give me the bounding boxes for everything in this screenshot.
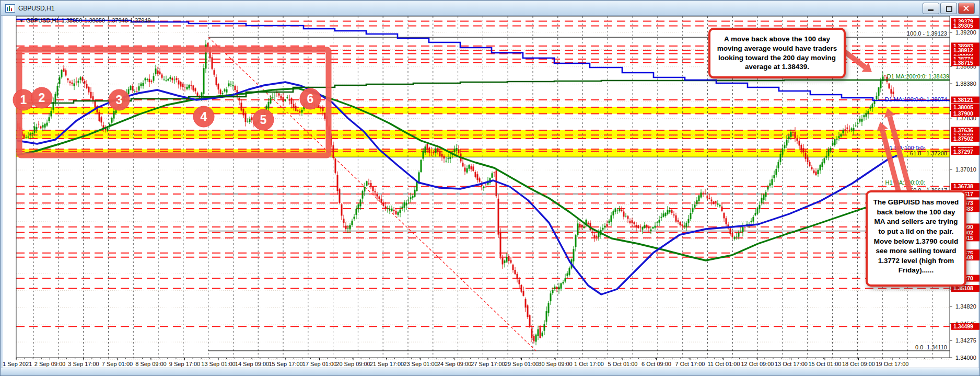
- bottom-annotation-callout: The GBPUISD has moved back below the 100…: [866, 190, 966, 287]
- info-high: 1.38059: [84, 17, 105, 24]
- svg-text:1.39200: 1.39200: [955, 29, 976, 36]
- numbered-marker-1: 1: [13, 89, 34, 110]
- svg-text:1.36738: 1.36738: [953, 183, 973, 189]
- svg-text:23 Sep 01:00: 23 Sep 01:00: [403, 361, 437, 367]
- svg-text:1.38912: 1.38912: [953, 47, 973, 53]
- svg-text:1.38715: 1.38715: [953, 60, 973, 66]
- minimize-button[interactable]: [923, 3, 939, 14]
- svg-text:15 Oct 01:00: 15 Oct 01:00: [809, 361, 842, 367]
- svg-text:18 Oct 09:00: 18 Oct 09:00: [842, 361, 875, 367]
- info-close: 1.37949: [130, 17, 151, 24]
- svg-text:19 Oct 17:00: 19 Oct 17:00: [876, 361, 909, 367]
- numbered-marker-5: 5: [253, 109, 274, 130]
- svg-text:17 Sep 01:00: 17 Sep 01:00: [302, 361, 336, 367]
- svg-text:1.34275: 1.34275: [955, 337, 976, 344]
- svg-text:1.34820: 1.34820: [955, 303, 976, 310]
- svg-text:20 Sep 09:00: 20 Sep 09:00: [336, 361, 370, 367]
- window-bottom-frame: [1, 368, 979, 375]
- svg-text:7 Oct 17:00: 7 Oct 17:00: [675, 361, 705, 367]
- svg-text:1.37636: 1.37636: [953, 127, 973, 133]
- svg-text:9 Sep 17:00: 9 Sep 17:00: [169, 361, 200, 367]
- svg-text:6: 6: [307, 92, 314, 106]
- ohlc-info-bar: ▼GBPUSD,H11.380501.380591.379481.37949: [19, 17, 153, 24]
- svg-text:D1 MA:200:0:0: 1.38439: D1 MA:200:0:0: 1.38439: [887, 73, 949, 79]
- svg-text:13 Sep 01:00: 13 Sep 01:00: [201, 361, 235, 367]
- svg-text:15 Sep 17:00: 15 Sep 17:00: [269, 361, 302, 367]
- svg-text:1.38121: 1.38121: [953, 97, 973, 103]
- svg-text:0.0 -1.34110: 0.0 -1.34110: [915, 344, 947, 350]
- svg-text:24 Sep 09:00: 24 Sep 09:00: [437, 361, 471, 367]
- svg-text:27 Sep 17:00: 27 Sep 17:00: [471, 361, 505, 367]
- svg-text:11 Oct 01:00: 11 Oct 01:00: [707, 361, 740, 367]
- window-title: GBPUSD,H1: [18, 5, 54, 12]
- svg-text:12 Oct 09:00: 12 Oct 09:00: [741, 361, 774, 367]
- svg-text:1: 1: [20, 93, 27, 107]
- svg-text:2 Sep 09:00: 2 Sep 09:00: [34, 361, 65, 367]
- svg-text:21 Sep 17:00: 21 Sep 17:00: [370, 361, 404, 367]
- app-window: D1 MA:200:0:0: 1.38439D1 MA:100:0:0: 1.3…: [0, 0, 980, 376]
- info-symbol: GBPUSD,H1: [26, 17, 60, 24]
- svg-text:1.34499: 1.34499: [953, 323, 973, 329]
- svg-text:1.38380: 1.38380: [955, 81, 976, 87]
- svg-text:8 Sep 09:00: 8 Sep 09:00: [135, 361, 166, 367]
- svg-text:1.37297: 1.37297: [953, 149, 973, 155]
- svg-text:1 Oct 17:00: 1 Oct 17:00: [574, 361, 604, 367]
- info-low: 1.37948: [107, 17, 128, 24]
- svg-text:5 Oct 01:00: 5 Oct 01:00: [608, 361, 638, 367]
- close-button[interactable]: [958, 3, 975, 14]
- svg-text:4: 4: [201, 110, 207, 123]
- symbol-dropdown-icon[interactable]: ▼: [19, 19, 24, 24]
- svg-text:1.37502: 1.37502: [953, 135, 973, 142]
- svg-text:3: 3: [116, 93, 123, 107]
- svg-text:6 Oct 09:00: 6 Oct 09:00: [641, 361, 671, 367]
- svg-text:5: 5: [260, 113, 267, 127]
- svg-text:14 Sep 09:00: 14 Sep 09:00: [235, 361, 269, 367]
- svg-text:61.8 - 1.37208: 61.8 - 1.37208: [910, 150, 947, 156]
- svg-text:1.38005: 1.38005: [953, 104, 973, 110]
- info-open: 1.38050: [62, 17, 83, 24]
- restore-button[interactable]: [940, 3, 957, 14]
- svg-text:13 Oct 17:00: 13 Oct 17:00: [775, 361, 808, 367]
- svg-text:1.37900: 1.37900: [953, 110, 973, 117]
- svg-text:7 Sep 01:00: 7 Sep 01:00: [102, 361, 133, 367]
- numbered-marker-4: 4: [193, 106, 214, 127]
- svg-text:100.0 - 1.39123: 100.0 - 1.39123: [907, 30, 947, 37]
- svg-text:1.37010: 1.37010: [955, 166, 976, 173]
- minimize-icon: [928, 9, 934, 11]
- numbered-marker-6: 6: [300, 88, 321, 109]
- svg-text:30 Sep 09:00: 30 Sep 09:00: [538, 361, 572, 367]
- numbered-marker-3: 3: [109, 89, 130, 110]
- restore-icon: [946, 6, 952, 12]
- numbered-marker-2: 2: [31, 87, 52, 108]
- svg-text:1.34000: 1.34000: [955, 355, 976, 361]
- chart-window-icon: [5, 4, 15, 13]
- svg-text:1.39305: 1.39305: [953, 22, 973, 29]
- svg-text:2: 2: [39, 91, 45, 105]
- top-annotation-callout: A move back above the 100 day moving ave…: [708, 28, 846, 78]
- title-bar[interactable]: GBPUSD,H1: [1, 1, 979, 16]
- svg-text:29 Sep 01:00: 29 Sep 01:00: [505, 361, 539, 367]
- svg-text:D1 MA:100:0:0: 1.38074: D1 MA:100:0:0: 1.38074: [885, 96, 947, 102]
- svg-text:1 Sep 2021: 1 Sep 2021: [3, 361, 32, 367]
- svg-text:3 Sep 17:00: 3 Sep 17:00: [68, 361, 99, 367]
